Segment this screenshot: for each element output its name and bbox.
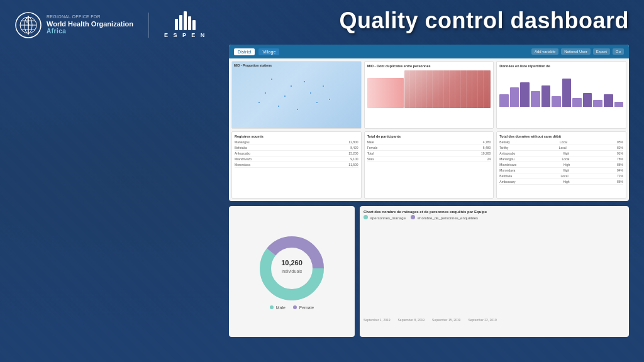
- right-panel: District Village Add variable National U…: [229, 45, 629, 337]
- bar-4: [531, 91, 540, 107]
- bar-chart: [499, 69, 623, 107]
- heatmap-chart: [367, 70, 491, 108]
- logo-section: REGIONAL OFFICE FOR World Health Organiz…: [15, 11, 206, 38]
- map-dot: [264, 92, 267, 94]
- female-dot: [293, 305, 297, 309]
- bar-8: [572, 98, 582, 107]
- bar-10: [593, 100, 602, 107]
- registration-table: Manangou12,800 Befotaka8,420 Ankazoabo15…: [235, 140, 358, 168]
- who-name-label: World Health Organization: [47, 20, 133, 28]
- bar-chart-title: Données en liste répartition de: [499, 64, 623, 68]
- map-dot: [290, 85, 292, 87]
- title-section: Quality control dashboard: [339, 8, 629, 34]
- add-variable-btn[interactable]: Add variable: [531, 48, 558, 55]
- map-dot: [309, 92, 312, 94]
- espen-bar-1: [175, 19, 178, 30]
- dashboard-bottom-left: 10,260 individuals Male Female: [229, 206, 355, 337]
- national-user-btn[interactable]: National User: [561, 48, 590, 55]
- bar-11: [604, 94, 613, 107]
- map-dot: [303, 80, 306, 83]
- participants-table: Male4,780 Female5,480 Total10,260 Sites2…: [367, 140, 491, 162]
- who-logo: REGIONAL OFFICE FOR World Health Organiz…: [15, 12, 133, 38]
- village-tab[interactable]: Village: [258, 48, 279, 55]
- svg-text:10,260: 10,260: [281, 259, 303, 266]
- x-label-3: September 15, 2019: [432, 318, 460, 322]
- participants-panel: Total de participants Male4,780 Female5,…: [364, 131, 494, 199]
- map-title: MIO - Proportion stations: [234, 63, 272, 67]
- bottom-chart-legend: #personnes_manage #nombre_de_personnes_e…: [364, 215, 625, 220]
- bar-2: [510, 87, 519, 107]
- dashboard-content: MIO - Proportion stations MIO - Dont dup…: [229, 58, 629, 201]
- map-dot: [284, 95, 286, 97]
- heatmap-segment-1: [367, 78, 404, 108]
- espen-bar-3: [184, 11, 187, 30]
- bar-7: [562, 79, 572, 107]
- go-btn[interactable]: Go: [613, 48, 624, 55]
- district-tab[interactable]: District: [234, 48, 255, 55]
- espen-text-label: E S P E N: [164, 32, 206, 38]
- data-table: BetiokyLocal95% TsifihyLocal82% Ankazoab…: [499, 140, 623, 185]
- donut-chart-icon: 10,260 individuals: [257, 234, 326, 303]
- dashboard-header: District Village Add variable National U…: [229, 45, 629, 58]
- map-panel: MIO - Proportion stations: [231, 61, 362, 129]
- map-dot: [296, 108, 299, 111]
- data-table-panel: Total des données without sans débit Bet…: [496, 131, 626, 199]
- bar-12: [614, 102, 624, 107]
- dashboard-bottom-right: Chart des nombre de ménages et de person…: [360, 206, 629, 337]
- bar-group-3: September 15, 2019: [432, 316, 460, 322]
- map-dots: [232, 62, 361, 128]
- dashboard-top: District Village Add variable National U…: [229, 45, 629, 201]
- map-dot: [316, 101, 318, 104]
- registration-title: Registres soumis: [235, 134, 358, 138]
- data-table-title: Total des données without sans débit: [499, 134, 623, 138]
- legend-menages: #personnes_manage: [364, 215, 406, 220]
- who-emblem-icon: [15, 12, 42, 38]
- x-label-2: September 8, 2019: [398, 318, 425, 322]
- bar-group-4: September 22, 2019: [468, 316, 496, 322]
- map-dot: [322, 85, 325, 87]
- who-africa-label: Africa: [47, 28, 133, 35]
- who-regional-label: REGIONAL OFFICE FOR: [47, 14, 133, 19]
- espen-bar-5: [192, 20, 196, 30]
- header-right: Add variable National User Export Go: [531, 48, 624, 55]
- map-dot: [328, 98, 331, 101]
- bar-6: [552, 96, 561, 107]
- x-label-4: September 22, 2019: [468, 318, 496, 322]
- bar-9: [583, 93, 592, 107]
- map-dot: [270, 78, 273, 80]
- heatmap-panel: MIO - Dont duplicates entre personnes: [364, 61, 494, 129]
- page-title: Quality control dashboard: [339, 8, 629, 34]
- heatmap-segment-2: [404, 70, 491, 108]
- bar-3: [520, 82, 530, 107]
- who-text: REGIONAL OFFICE FOR World Health Organiz…: [47, 14, 133, 35]
- donut-legend: Male Female: [270, 305, 314, 310]
- espen-bar-2: [179, 15, 182, 30]
- dashboard-bottom: 10,260 individuals Male Female: [229, 206, 629, 337]
- bar-1: [499, 94, 509, 107]
- bottom-chart-title: Chart des nombre de ménages et de person…: [364, 210, 625, 214]
- logo-divider: [148, 13, 149, 38]
- bar-group-2: September 8, 2019: [398, 316, 425, 322]
- male-dot: [270, 305, 274, 309]
- bottom-bars-container: September 1, 2019 September 8, 2019: [364, 222, 625, 322]
- heatmap-title: MIO - Dont duplicates entre personnes: [367, 64, 491, 68]
- espen-logo: E S P E N: [164, 11, 206, 38]
- espen-bars-icon: [175, 11, 196, 30]
- espen-bar-4: [188, 16, 191, 30]
- map-dot: [277, 105, 280, 107]
- personnes-dot: [411, 215, 415, 219]
- bar-chart-panel: Données en liste répartition de: [496, 61, 626, 129]
- bottom-bar-chart: Chart des nombre de ménages et de person…: [360, 206, 629, 337]
- menages-dot: [364, 215, 368, 219]
- map-dot: [258, 101, 260, 104]
- male-legend: Male: [270, 305, 286, 310]
- header: REGIONAL OFFICE FOR World Health Organiz…: [0, 0, 644, 45]
- participants-title: Total de participants: [367, 134, 491, 138]
- x-label-1: September 1, 2019: [364, 318, 391, 322]
- bar-group-1: September 1, 2019: [364, 316, 391, 322]
- svg-text:individuals: individuals: [282, 269, 303, 273]
- bar-5: [541, 85, 551, 107]
- registration-panel: Registres soumis Manangou12,800 Befotaka…: [231, 131, 362, 199]
- export-btn[interactable]: Export: [593, 48, 610, 55]
- big-donut: 10,260 individuals Male Female: [252, 206, 331, 337]
